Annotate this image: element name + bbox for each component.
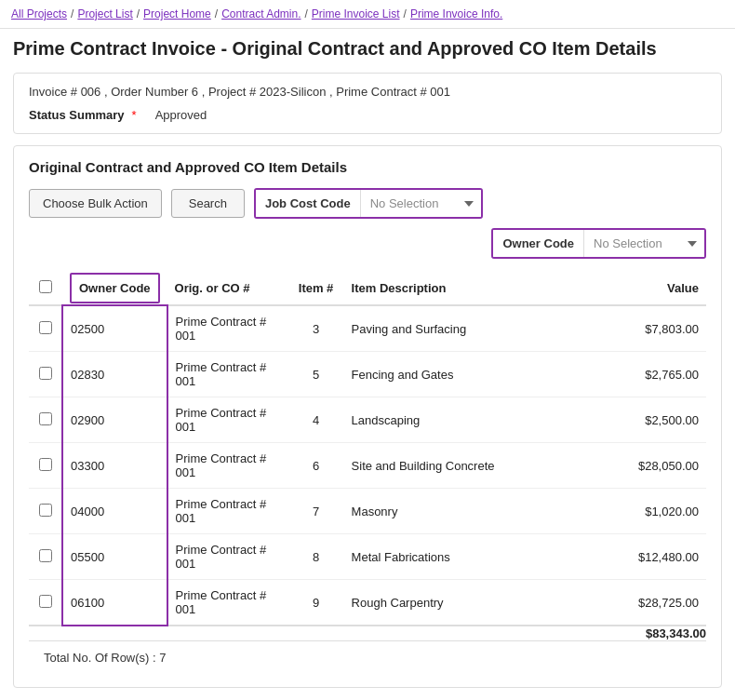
owner-code-cell: 02830 [62, 352, 167, 397]
job-cost-code-select[interactable]: No Selection [360, 190, 481, 217]
orig-co-cell: Prime Contract # 001 [167, 305, 288, 352]
breadcrumb: All Projects / Project List / Project Ho… [0, 0, 735, 29]
item-description-cell: Landscaping [344, 397, 590, 443]
item-num-cell: 7 [288, 489, 344, 534]
owner-code-cell: 04000 [62, 489, 167, 534]
total-row-count: Total No. Of Row(s) : 7 [29, 640, 706, 674]
table-row: 02900 Prime Contract # 001 4 Landscaping… [29, 397, 706, 443]
row-checkbox[interactable] [29, 443, 62, 489]
orig-co-cell: Prime Contract # 001 [167, 580, 288, 626]
page-title: Prime Contract Invoice - Original Contra… [0, 29, 735, 65]
table-row: 02500 Prime Contract # 001 3 Paving and … [29, 305, 706, 352]
owner-code-cell: 02900 [62, 397, 167, 443]
table-wrapper: Owner Code Orig. or CO # Item # Item Des… [29, 272, 706, 640]
header-item-description: Item Description [344, 272, 590, 305]
row-select-checkbox[interactable] [39, 321, 52, 334]
value-cell: $2,765.00 [589, 352, 706, 397]
row-select-checkbox[interactable] [39, 549, 52, 562]
status-value: Approved [155, 108, 207, 122]
status-label: Status Summary [29, 108, 125, 122]
table-row: 03300 Prime Contract # 001 6 Site and Bu… [29, 443, 706, 489]
status-row: Status Summary * Approved [29, 108, 706, 122]
status-required-indicator: * [132, 108, 137, 122]
value-cell: $12,480.00 [589, 534, 706, 580]
job-cost-code-filter: Job Cost Code No Selection [254, 188, 483, 219]
item-num-cell: 9 [288, 580, 344, 626]
job-cost-code-label: Job Cost Code [256, 190, 360, 217]
value-cell: $1,020.00 [589, 489, 706, 534]
items-table: Owner Code Orig. or CO # Item # Item Des… [29, 272, 706, 640]
total-value: $83,343.00 [589, 626, 706, 640]
item-num-cell: 3 [288, 305, 344, 352]
item-description-cell: Rough Carpentry [344, 580, 590, 626]
row-checkbox[interactable] [29, 305, 62, 352]
item-num-cell: 5 [288, 352, 344, 397]
toolbar: Choose Bulk Action Search Job Cost Code … [29, 188, 706, 259]
header-value: Value [589, 272, 706, 305]
owner-code-cell: 05500 [62, 534, 167, 580]
owner-code-label: Owner Code [493, 230, 583, 257]
item-description-cell: Metal Fabrications [344, 534, 590, 580]
owner-code-cell: 02500 [62, 305, 167, 352]
orig-co-cell: Prime Contract # 001 [167, 397, 288, 443]
item-description-cell: Masonry [344, 489, 590, 534]
breadcrumb-link-project-list[interactable]: Project List [77, 7, 132, 20]
info-card: Invoice # 006 , Order Number 6 , Project… [13, 73, 722, 134]
header-orig-co: Orig. or CO # [167, 272, 288, 305]
owner-code-cell: 06100 [62, 580, 167, 626]
value-cell: $2,500.00 [589, 397, 706, 443]
breadcrumb-link-contract-admin[interactable]: Contract Admin. [221, 7, 301, 20]
table-row: 05500 Prime Contract # 001 8 Metal Fabri… [29, 534, 706, 580]
row-checkbox[interactable] [29, 534, 62, 580]
item-num-cell: 6 [288, 443, 344, 489]
header-owner-code: Owner Code [62, 272, 167, 305]
breadcrumb-link-project-home[interactable]: Project Home [143, 7, 211, 20]
item-num-cell: 8 [288, 534, 344, 580]
row-checkbox[interactable] [29, 580, 62, 626]
header-checkbox [29, 272, 62, 305]
row-select-checkbox[interactable] [39, 595, 52, 608]
bulk-action-button[interactable]: Choose Bulk Action [29, 189, 162, 218]
breadcrumb-link-prime-invoice-list[interactable]: Prime Invoice List [312, 7, 400, 20]
value-cell: $7,803.00 [589, 305, 706, 352]
table-row: 06100 Prime Contract # 001 9 Rough Carpe… [29, 580, 706, 626]
item-num-cell: 4 [288, 397, 344, 443]
breadcrumb-link-all-projects[interactable]: All Projects [11, 7, 67, 20]
orig-co-cell: Prime Contract # 001 [167, 534, 288, 580]
orig-co-cell: Prime Contract # 001 [167, 443, 288, 489]
section-title: Original Contract and Approved CO Item D… [29, 159, 706, 175]
section-card: Original Contract and Approved CO Item D… [13, 145, 722, 688]
breadcrumb-link-prime-invoice-info[interactable]: Prime Invoice Info. [410, 7, 502, 20]
table-row: 02830 Prime Contract # 001 5 Fencing and… [29, 352, 706, 397]
row-select-checkbox[interactable] [39, 367, 52, 380]
item-description-cell: Paving and Surfacing [344, 305, 590, 352]
row-select-checkbox[interactable] [39, 504, 52, 517]
item-description-cell: Fencing and Gates [344, 352, 590, 397]
value-cell: $28,725.00 [589, 580, 706, 626]
invoice-info: Invoice # 006 , Order Number 6 , Project… [29, 85, 706, 99]
orig-co-cell: Prime Contract # 001 [167, 352, 288, 397]
select-all-checkbox[interactable] [39, 280, 52, 293]
owner-code-filter: Owner Code No Selection [491, 228, 706, 259]
row-checkbox[interactable] [29, 352, 62, 397]
total-row: $83,343.00 [29, 626, 706, 640]
row-checkbox[interactable] [29, 397, 62, 443]
table-row: 04000 Prime Contract # 001 7 Masonry $1,… [29, 489, 706, 534]
item-description-cell: Site and Building Concrete [344, 443, 590, 489]
row-checkbox[interactable] [29, 489, 62, 534]
owner-code-cell: 03300 [62, 443, 167, 489]
orig-co-cell: Prime Contract # 001 [167, 489, 288, 534]
owner-code-select[interactable]: No Selection [583, 230, 704, 257]
row-select-checkbox[interactable] [39, 458, 52, 471]
search-button[interactable]: Search [171, 189, 245, 218]
header-item-num: Item # [288, 272, 344, 305]
row-select-checkbox[interactable] [39, 412, 52, 425]
table-header-row: Owner Code Orig. or CO # Item # Item Des… [29, 272, 706, 305]
value-cell: $28,050.00 [589, 443, 706, 489]
